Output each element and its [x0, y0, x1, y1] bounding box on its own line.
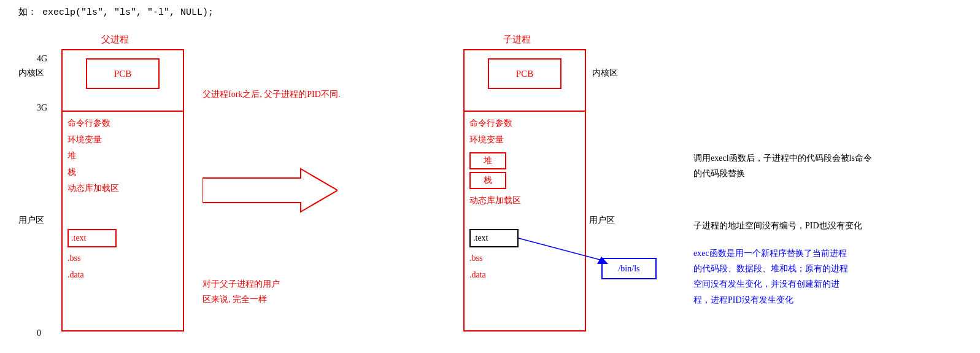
parent-stack: 栈 [68, 165, 119, 181]
desc-exec-replace: 调用execl函数后，子进程中的代码段会被ls命令 的代码段替换 [693, 150, 927, 181]
svg-marker-2 [597, 257, 608, 264]
parent-env-vars: 环境变量 [68, 132, 119, 149]
top-code: 如： execlp("ls", "ls", "-l", NULL); [18, 6, 214, 18]
parent-bss: .bss [68, 250, 84, 267]
svg-marker-0 [203, 169, 338, 212]
desc3-line1: exec函数是用一个新程序替换了当前进程 [693, 246, 927, 261]
code-prefix: 如： [18, 7, 37, 18]
child-cmd-args: 命令行参数 [469, 115, 512, 132]
desc3-line2: 的代码段、数据段、堆和栈；原有的进程 [693, 261, 927, 276]
desc-no-pid-change: 子进程的地址空间没有编号，PID也没有变化 [693, 218, 927, 233]
code-text: execlp("ls", "ls", "-l", NULL); [42, 7, 214, 18]
fork-user-desc-line2: 区来说, 完全一样 [203, 292, 280, 307]
child-env-vars: 环境变量 [469, 132, 512, 149]
desc3-line3: 空间没有发生变化，并没有创建新的进 [693, 276, 927, 292]
parent-data: .data [68, 267, 84, 284]
child-heap-box: 堆 [469, 152, 506, 169]
parent-bottom-segments: .bss .data [68, 250, 84, 283]
parent-divider [61, 111, 184, 112]
text-to-binls-arrow [463, 221, 654, 276]
label-kernel-parent: 内核区 [18, 68, 44, 79]
desc3-line4: 程，进程PID没有发生变化 [693, 292, 927, 308]
fork-description: 父进程fork之后, 父子进程的PID不同. [203, 89, 340, 100]
label-3g: 3G [37, 103, 47, 113]
fork-user-desc: 对于父子进程的用户 区来说, 完全一样 [203, 276, 280, 307]
child-top-items: 命令行参数 环境变量 [469, 115, 512, 148]
desc1-line2: 的代码段替换 [693, 166, 927, 181]
fork-user-desc-line1: 对于父子进程的用户 [203, 276, 280, 292]
parent-title: 父进程 [101, 34, 129, 45]
svg-line-1 [519, 238, 604, 261]
label-zero: 0 [37, 328, 41, 338]
parent-text-segment-box: .text [68, 229, 117, 247]
parent-memory-items: 命令行参数 环境变量 堆 栈 动态库加载区 [68, 115, 119, 197]
child-pcb-box: PCB [488, 58, 561, 89]
desc-exec-detail: exec函数是用一个新程序替换了当前进程 的代码段、数据段、堆和栈；原有的进程 … [693, 246, 927, 308]
parent-dynlib: 动态库加载区 [68, 180, 119, 197]
child-stack-box: 栈 [469, 172, 506, 189]
parent-heap: 堆 [68, 148, 119, 165]
desc1-line1: 调用execl函数后，子进程中的代码段会被ls命令 [693, 150, 927, 166]
child-memory-box [463, 49, 586, 332]
child-divider [463, 111, 586, 112]
label-4g: 4G [37, 54, 47, 64]
parent-pcb-box: PCB [86, 58, 160, 89]
child-title: 子进程 [503, 34, 531, 45]
child-dynlib: 动态库加载区 [469, 195, 521, 206]
label-kernel-child: 内核区 [592, 68, 618, 79]
fork-arrow [203, 166, 338, 215]
parent-cmd-args: 命令行参数 [68, 115, 119, 132]
label-user-parent: 用户区 [18, 215, 44, 226]
